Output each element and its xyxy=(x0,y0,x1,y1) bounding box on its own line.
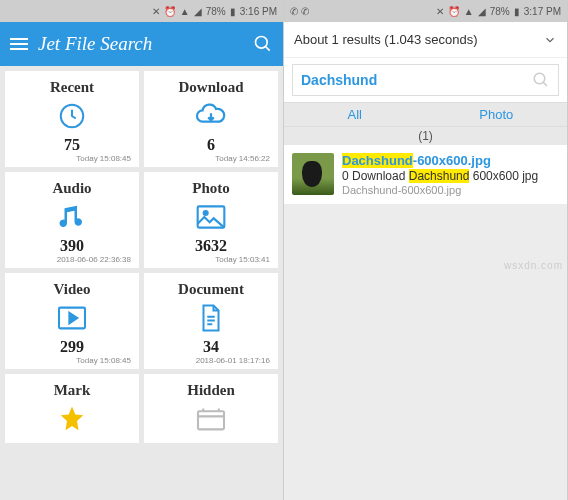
card-timestamp: Today 14:56:22 xyxy=(215,154,270,163)
highlight: Dachshund xyxy=(342,153,413,168)
card-title: Hidden xyxy=(187,382,235,399)
battery-text: 78% xyxy=(490,6,510,17)
result-text: Dachshund-600x600.jpg 0 Download Dachshu… xyxy=(342,153,538,196)
card-recent[interactable]: Recent 75 Today 15:08:45 xyxy=(5,71,139,167)
card-timestamp: Today 15:03:41 xyxy=(215,255,270,264)
tab-count: (1) xyxy=(284,127,567,145)
wifi-icon: ▲ xyxy=(464,6,474,17)
video-icon xyxy=(56,302,88,334)
svg-line-1 xyxy=(266,47,270,51)
search-input[interactable] xyxy=(301,72,532,88)
battery-icon: ▮ xyxy=(230,6,236,17)
status-right: ✕ ⏰ ▲ ◢ 78% ▮ 3:16 PM xyxy=(152,6,277,17)
card-timestamp: Today 15:08:45 xyxy=(76,356,131,365)
svg-point-7 xyxy=(534,73,545,84)
mute-icon: ✕ xyxy=(436,6,444,17)
battery-icon: ▮ xyxy=(514,6,520,17)
result-path: Dachshund-600x600.jpg xyxy=(342,184,538,196)
card-hidden[interactable]: Hidden xyxy=(144,374,278,443)
card-count: 34 xyxy=(203,338,219,356)
battery-text: 78% xyxy=(206,6,226,17)
menu-icon[interactable] xyxy=(10,38,28,50)
status-bar: ✆ ✆ ✕ ⏰ ▲ ◢ 78% ▮ 3:17 PM xyxy=(284,0,567,22)
search-icon[interactable] xyxy=(532,71,550,89)
card-timestamp: Today 15:08:45 xyxy=(76,154,131,163)
alarm-icon: ⏰ xyxy=(448,6,460,17)
results-summary-bar: About 1 results (1.043 seconds) xyxy=(284,22,567,58)
status-right: ✕ ⏰ ▲ ◢ 78% ▮ 3:17 PM xyxy=(436,6,561,17)
status-left xyxy=(6,6,9,17)
svg-point-4 xyxy=(204,211,208,215)
whatsapp-icon: ✆ xyxy=(290,6,298,17)
result-thumbnail xyxy=(292,153,334,195)
card-count: 299 xyxy=(60,338,84,356)
card-title: Photo xyxy=(192,180,230,197)
clock-icon xyxy=(57,100,87,132)
watermark: wsxdn.com xyxy=(504,260,563,271)
result-subtitle: 0 Download Dachshund 600x600 jpg xyxy=(342,169,538,183)
mute-icon: ✕ xyxy=(152,6,160,17)
card-count: 75 xyxy=(64,136,80,154)
card-title: Recent xyxy=(50,79,94,96)
whatsapp-icon: ✆ xyxy=(301,6,309,17)
search-icon[interactable] xyxy=(253,34,273,54)
hidden-icon xyxy=(195,403,227,435)
card-title: Video xyxy=(54,281,91,298)
chevron-down-icon[interactable] xyxy=(543,33,557,47)
svg-rect-6 xyxy=(198,411,224,429)
card-count: 6 xyxy=(207,136,215,154)
highlight: Dachshund xyxy=(409,169,470,183)
document-icon xyxy=(197,302,225,334)
card-download[interactable]: Download 6 Today 14:56:22 xyxy=(144,71,278,167)
card-title: Document xyxy=(178,281,244,298)
wifi-icon: ▲ xyxy=(180,6,190,17)
signal-icon: ◢ xyxy=(194,6,202,17)
status-bar: ✕ ⏰ ▲ ◢ 78% ▮ 3:16 PM xyxy=(0,0,283,22)
card-title: Mark xyxy=(54,382,91,399)
tab-all[interactable]: All xyxy=(284,103,426,126)
results-list: Dachshund-600x600.jpg 0 Download Dachshu… xyxy=(284,145,567,500)
card-title: Audio xyxy=(52,180,91,197)
card-document[interactable]: Document 34 2018-06-01 18:17:16 xyxy=(144,273,278,369)
card-count: 390 xyxy=(60,237,84,255)
tab-photo[interactable]: Photo xyxy=(426,103,568,126)
star-icon xyxy=(57,403,87,435)
alarm-icon: ⏰ xyxy=(164,6,176,17)
music-icon xyxy=(57,201,87,233)
results-summary-text: About 1 results (1.043 seconds) xyxy=(294,32,478,47)
clock-text: 3:17 PM xyxy=(524,6,561,17)
cloud-download-icon xyxy=(194,100,228,132)
right-screen: ✆ ✆ ✕ ⏰ ▲ ◢ 78% ▮ 3:17 PM About 1 result… xyxy=(284,0,568,500)
card-count: 3632 xyxy=(195,237,227,255)
card-title: Download xyxy=(178,79,243,96)
svg-point-0 xyxy=(256,37,268,49)
card-timestamp: 2018-06-06 22:36:38 xyxy=(57,255,131,264)
signal-icon: ◢ xyxy=(478,6,486,17)
card-mark[interactable]: Mark xyxy=(5,374,139,443)
left-screen: ✕ ⏰ ▲ ◢ 78% ▮ 3:16 PM Jet File Search Re… xyxy=(0,0,284,500)
app-bar: Jet File Search xyxy=(0,22,283,66)
card-video[interactable]: Video 299 Today 15:08:45 xyxy=(5,273,139,369)
status-left: ✆ ✆ xyxy=(290,6,309,17)
card-photo[interactable]: Photo 3632 Today 15:03:41 xyxy=(144,172,278,268)
search-box[interactable] xyxy=(292,64,559,96)
card-timestamp: 2018-06-01 18:17:16 xyxy=(196,356,270,365)
card-audio[interactable]: Audio 390 2018-06-06 22:36:38 xyxy=(5,172,139,268)
result-title: Dachshund-600x600.jpg xyxy=(342,153,538,168)
photo-icon xyxy=(195,201,227,233)
clock-text: 3:16 PM xyxy=(240,6,277,17)
result-item[interactable]: Dachshund-600x600.jpg 0 Download Dachshu… xyxy=(284,145,567,204)
svg-line-8 xyxy=(543,82,547,86)
category-grid: Recent 75 Today 15:08:45 Download 6 Toda… xyxy=(0,66,283,448)
app-title: Jet File Search xyxy=(38,33,243,55)
filter-tabs: All Photo xyxy=(284,102,567,127)
